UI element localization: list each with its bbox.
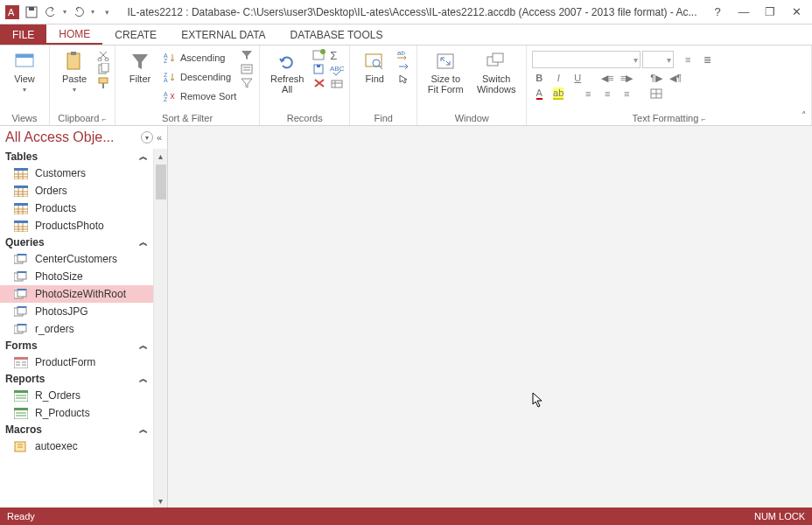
font-name-select[interactable]: ▾ (532, 51, 640, 68)
section-head-reports[interactable]: Reports︽ (0, 371, 153, 387)
selection-filter-icon[interactable] (240, 49, 254, 61)
group-records: Refresh All Σ ABC Records (260, 46, 350, 125)
font-color-icon[interactable]: A (532, 88, 546, 100)
tab-external-data[interactable]: EXTERNAL DATA (169, 24, 277, 45)
find-button[interactable]: Find (355, 47, 394, 84)
nav-item-productform[interactable]: ProductForm (0, 354, 153, 371)
more-records-icon[interactable] (330, 78, 344, 90)
close-icon[interactable]: ✕ (788, 5, 805, 18)
nav-item-r_orders[interactable]: R_Orders (0, 387, 153, 404)
paste-button[interactable]: Paste ▾ (55, 47, 94, 94)
italic-icon[interactable]: I (551, 72, 565, 84)
tab-create[interactable]: CREATE (102, 24, 169, 45)
undo-icon[interactable] (42, 4, 60, 21)
query-icon (14, 270, 28, 283)
switch-windows-button[interactable]: Switch Windows (472, 47, 521, 94)
chevron-up-icon: ︽ (139, 236, 148, 248)
nav-item-products[interactable]: Products (0, 200, 153, 217)
spelling-icon[interactable]: ABC (330, 64, 344, 76)
nav-item-photosjpg[interactable]: PhotosJPG (0, 303, 153, 320)
group-views: View ▾ Views (0, 46, 50, 125)
totals-icon[interactable]: Σ (330, 49, 344, 62)
undo-dropdown-icon[interactable]: ▾ (61, 4, 68, 21)
refresh-all-button[interactable]: Refresh All (265, 47, 309, 94)
quick-access-toolbar: A ▾ ▾ ▾ (0, 4, 116, 21)
nav-dropdown-icon[interactable]: ▾ (141, 131, 153, 144)
copy-icon[interactable] (97, 63, 109, 75)
view-button[interactable]: View ▾ (5, 47, 44, 94)
nav-item-photosizewithroot[interactable]: PhotoSizeWithRoot (0, 285, 153, 303)
cut-icon[interactable] (97, 49, 109, 61)
ascending-button[interactable]: AZAscending (163, 49, 236, 66)
nav-item-photosize[interactable]: PhotoSize (0, 268, 153, 285)
nav-header[interactable]: All Access Obje... ▾ « (0, 126, 167, 149)
collapse-ribbon-icon[interactable]: ˄ (802, 110, 807, 122)
replace-icon[interactable]: ab (397, 49, 411, 60)
nav-item-productsphoto[interactable]: ProductsPhoto (0, 217, 153, 234)
group-find: Find ab Find (350, 46, 417, 125)
advanced-filter-icon[interactable] (240, 63, 254, 75)
svg-rect-62 (14, 408, 28, 410)
ltr-icon[interactable]: ¶▶ (649, 72, 663, 84)
underline-icon[interactable]: U (570, 72, 584, 84)
toggle-filter-icon[interactable] (240, 77, 254, 89)
delete-record-icon[interactable] (312, 77, 326, 89)
save-icon[interactable] (23, 4, 40, 21)
decrease-indent-icon[interactable]: ◀≡ (600, 72, 614, 84)
nav-collapse-icon[interactable]: « (153, 132, 162, 143)
gridlines-icon[interactable] (649, 88, 663, 100)
group-label-find: Find (355, 111, 411, 125)
font-size-select[interactable]: ▾ (642, 51, 674, 68)
descending-button[interactable]: ZADescending (163, 68, 236, 86)
ribbon-tabs: FILE HOME CREATE EXTERNAL DATA DATABASE … (0, 24, 812, 46)
nav-item-orders[interactable]: Orders (0, 182, 153, 200)
svg-rect-20 (242, 65, 252, 74)
align-left-icon[interactable]: ≡ (581, 88, 595, 100)
nav-item-autoexec[interactable]: autoexec (0, 438, 153, 455)
group-label-views: Views (5, 111, 44, 125)
align-right-icon[interactable]: ≡ (620, 88, 634, 100)
svg-rect-30 (438, 54, 453, 68)
scroll-thumb[interactable] (156, 164, 166, 200)
nav-item-r_products[interactable]: R_Products (0, 404, 153, 422)
rtl-icon[interactable]: ◀¶ (668, 72, 682, 84)
section-head-forms[interactable]: Forms︽ (0, 338, 153, 354)
svg-text:A: A (8, 7, 15, 18)
filter-button[interactable]: Filter (121, 47, 159, 84)
scroll-up-icon[interactable]: ▴ (158, 149, 163, 163)
bullets-icon[interactable]: ≡ (681, 53, 695, 66)
tab-file[interactable]: FILE (0, 24, 46, 45)
nav-scrollbar[interactable]: ▴ ▾ (153, 149, 167, 508)
svg-text:A: A (164, 77, 168, 82)
tab-database-tools[interactable]: DATABASE TOOLS (278, 24, 396, 45)
redo-icon[interactable] (70, 4, 88, 21)
help-icon[interactable]: ? (709, 5, 726, 18)
scroll-down-icon[interactable]: ▾ (158, 494, 163, 508)
nav-item-r_orders[interactable]: r_orders (0, 320, 153, 338)
qat-customize-icon[interactable]: ▾ (98, 4, 116, 21)
format-painter-icon[interactable] (97, 77, 109, 89)
section-head-tables[interactable]: Tables︽ (0, 149, 153, 164)
select-icon[interactable] (397, 74, 411, 84)
chevron-up-icon: ︽ (139, 150, 148, 163)
save-record-icon[interactable] (312, 63, 326, 75)
increase-indent-icon[interactable]: ≡▶ (620, 72, 634, 84)
section-head-macros[interactable]: Macros︽ (0, 422, 153, 438)
minimize-icon[interactable]: — (735, 5, 752, 18)
nav-item-centercustomers[interactable]: CenterCustomers (0, 250, 153, 268)
align-center-icon[interactable]: ≡ (600, 88, 614, 100)
goto-icon[interactable] (397, 61, 411, 72)
bold-icon[interactable]: B (532, 72, 546, 84)
tab-home[interactable]: HOME (46, 24, 102, 45)
chevron-down-icon: ▾ (23, 86, 26, 94)
numbering-icon[interactable]: ≣ (700, 53, 714, 66)
remove-sort-button[interactable]: AZRemove Sort (163, 88, 236, 105)
restore-icon[interactable]: ❐ (761, 5, 779, 18)
redo-dropdown-icon[interactable]: ▾ (89, 4, 96, 21)
highlight-icon[interactable]: ab (551, 88, 565, 100)
new-record-icon[interactable] (312, 49, 326, 61)
nav-item-customers[interactable]: Customers (0, 164, 153, 182)
refresh-icon (276, 51, 298, 72)
section-head-queries[interactable]: Queries︽ (0, 234, 153, 250)
size-to-fit-button[interactable]: Size to Fit Form (423, 47, 468, 94)
